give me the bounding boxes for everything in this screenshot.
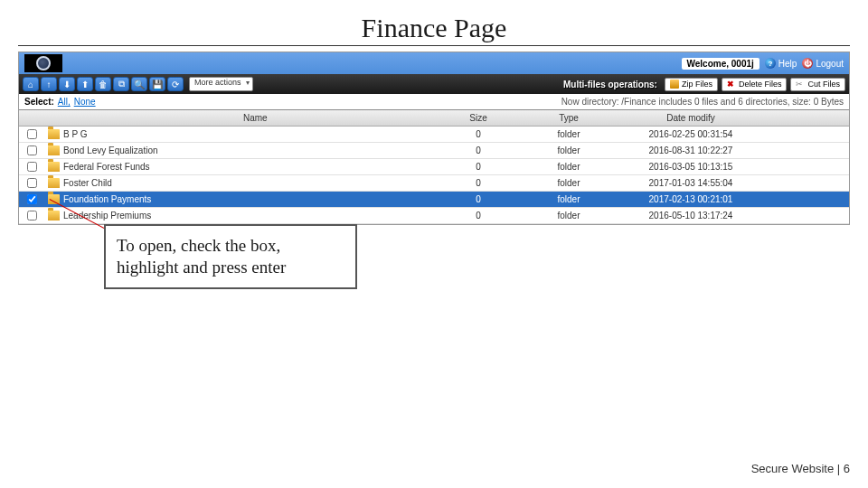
multi-file-ops-label: Multi-files operations: [563,80,657,89]
table-row[interactable]: B P G0folder2016-02-25 00:31:54 [19,127,849,143]
folder-icon [48,178,60,188]
delete-button[interactable]: 🗑 [95,77,111,91]
delete-files-button[interactable]: ✖Delete Files [722,78,788,91]
row-size: 0 [442,129,514,139]
table-row[interactable]: Federal Forest Funds0folder2016-03-05 10… [19,159,849,175]
row-size: 0 [442,194,514,204]
row-type: folder [514,178,623,188]
help-icon: ? [765,58,776,69]
row-checkbox[interactable] [27,129,37,139]
search-button[interactable]: 🔍 [131,77,147,91]
logo [24,54,62,72]
row-date: 2016-03-05 10:13:15 [623,162,759,172]
header-date[interactable]: Date modify [623,113,759,123]
save-button[interactable]: 💾 [149,77,165,91]
refresh-button[interactable]: ⟳ [167,77,184,91]
table-row[interactable]: Bond Levy Equalization0folder2016-08-31 … [19,143,849,159]
topbar: Welcome, 0001j ? Help ⏻ Logout [19,52,849,74]
row-date: 2017-02-13 00:21:01 [623,194,759,204]
zip-files-button[interactable]: Zip Files [665,78,718,91]
row-size: 0 [442,178,514,188]
file-manager-frame: Welcome, 0001j ? Help ⏻ Logout ⌂↑⬇⬆🗑⧉🔍💾⟳… [18,52,850,225]
select-all-link[interactable]: All, [58,97,71,107]
row-name-text: Bond Levy Equalization [63,145,158,155]
file-list: B P G0folder2016-02-25 00:31:54Bond Levy… [19,127,849,224]
row-type: folder [514,129,623,139]
row-size: 0 [442,211,514,221]
zip-label: Zip Files [682,80,712,89]
row-date: 2016-02-25 00:31:54 [623,129,759,139]
folder-icon [48,145,60,155]
row-type: folder [514,145,623,155]
header-type[interactable]: Type [514,113,623,123]
row-checkbox[interactable] [27,178,37,188]
row-name-text: Federal Forest Funds [63,162,150,172]
row-type: folder [514,194,623,204]
row-date: 2017-01-03 14:55:04 [623,178,759,188]
header-name[interactable]: Name [44,113,442,123]
logout-label: Logout [816,59,844,69]
cut-files-button[interactable]: ✂Cut Files [790,78,845,91]
row-checkbox[interactable] [27,145,37,155]
cut-icon: ✂ [796,80,805,89]
column-headers: Name Size Type Date modify [19,110,849,127]
table-row[interactable]: Foster Child0folder2017-01-03 14:55:04 [19,175,849,192]
welcome-text: Welcome, 0001j [682,58,760,70]
table-row[interactable]: Leadership Premiums0folder2016-05-10 13:… [19,208,849,224]
row-size: 0 [442,145,514,155]
help-link[interactable]: ? Help [765,58,797,69]
row-name-text: B P G [63,129,88,139]
row-checkbox[interactable] [27,211,37,221]
folder-icon [48,129,60,139]
row-checkbox[interactable] [27,194,37,204]
download-button[interactable]: ⬇ [59,77,75,91]
logout-icon: ⏻ [802,58,813,69]
table-row[interactable]: Foundation Payments0folder2017-02-13 00:… [19,192,849,208]
select-none-link[interactable]: None [74,97,96,107]
row-size: 0 [442,162,514,172]
row-name-text: Foster Child [63,178,112,188]
row-checkbox[interactable] [27,162,37,172]
select-row: Select: All, None Now directory: /Financ… [19,94,849,110]
upload-button[interactable]: ⬆ [77,77,93,91]
toolbar: ⌂↑⬇⬆🗑⧉🔍💾⟳More actions Multi-files operat… [19,74,849,94]
copy-button[interactable]: ⧉ [113,77,129,91]
callout-box: To open, check the box, highlight and pr… [104,224,357,289]
delete-label: Delete Files [739,80,782,89]
header-size[interactable]: Size [442,113,514,123]
help-label: Help [778,59,797,69]
logout-link[interactable]: ⏻ Logout [802,58,844,69]
slide-footer: Secure Website | 6 [751,462,850,475]
cut-label: Cut Files [807,80,840,89]
row-name-text: Leadership Premiums [63,211,151,221]
up-button[interactable]: ↑ [41,77,57,91]
slide-title: Finance Page [0,0,868,45]
row-date: 2016-08-31 10:22:27 [623,145,759,155]
row-type: folder [514,162,623,172]
row-type: folder [514,211,623,221]
delete-icon: ✖ [727,80,736,89]
folder-icon [48,162,60,172]
select-label: Select: [24,97,54,107]
zip-icon [670,80,679,89]
title-underline [18,45,850,46]
row-name-text: Foundation Payments [63,194,151,204]
home-button[interactable]: ⌂ [23,77,39,91]
more-actions-dropdown[interactable]: More actions [189,77,253,91]
row-date: 2016-05-10 13:17:24 [623,211,759,221]
directory-info: Now directory: /Finance includes 0 files… [561,97,844,107]
folder-icon [48,211,60,221]
